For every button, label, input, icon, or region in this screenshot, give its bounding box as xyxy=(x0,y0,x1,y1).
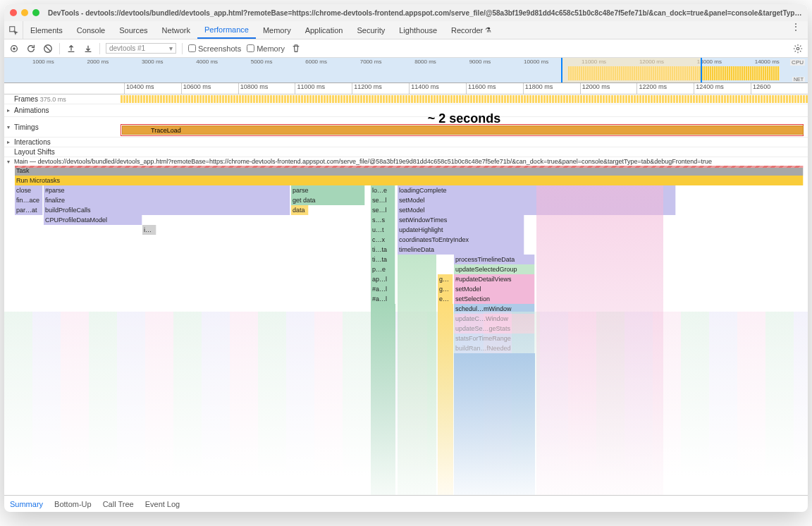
flame-cx[interactable]: c…x xyxy=(371,235,395,245)
collect-garbage-button[interactable] xyxy=(290,43,302,54)
flame-data[interactable]: data xyxy=(291,205,309,215)
download-button[interactable] xyxy=(82,43,94,54)
flame-parat[interactable]: par…at xyxy=(15,205,43,215)
tab-network[interactable]: Network xyxy=(155,21,197,39)
flame-sel2[interactable]: se…l xyxy=(371,205,395,215)
flame-g2[interactable]: g… xyxy=(438,284,453,294)
tab-recorder[interactable]: Recorder⚗ xyxy=(444,21,498,39)
flame-parse[interactable]: #parse xyxy=(44,185,290,195)
flame-setwindowtimes[interactable]: setWindowTimes xyxy=(398,215,524,225)
flame-ss[interactable]: s…s xyxy=(371,215,395,225)
close-window-button[interactable] xyxy=(10,9,17,16)
memory-checkbox[interactable]: Memory xyxy=(247,44,285,53)
inspect-element-button[interactable] xyxy=(4,21,23,39)
flame-updateselected[interactable]: updateSelectedGroup xyxy=(454,264,535,274)
flame-close[interactable]: close xyxy=(15,185,43,195)
flask-icon: ⚗ xyxy=(485,26,491,34)
flame-cpu[interactable]: CPUProfileDataModel xyxy=(44,215,142,225)
interactions-track[interactable]: ▸Interactions xyxy=(4,137,808,147)
flame-parse2[interactable]: parse xyxy=(291,185,365,195)
frames-track[interactable]: Frames 375.0 ms xyxy=(4,94,808,104)
flame-tita[interactable]: ti…ta xyxy=(371,245,395,255)
flame-updatehighlight[interactable]: updateHighlight xyxy=(398,225,524,235)
flame-setmodel3[interactable]: setModel xyxy=(454,284,535,294)
tab-summary[interactable]: Summary xyxy=(10,500,43,508)
layout-shifts-track[interactable]: Layout Shifts xyxy=(4,147,808,157)
inspect-icon xyxy=(8,25,18,35)
clear-button[interactable] xyxy=(42,43,54,54)
flame-coordinates[interactable]: coordinatesToEntryIndex xyxy=(398,235,524,245)
devtools-tabs: Elements Console Sources Network Perform… xyxy=(4,21,808,39)
tab-console[interactable]: Console xyxy=(70,21,112,39)
tab-memory[interactable]: Memory xyxy=(256,21,298,39)
record-icon xyxy=(9,44,19,54)
trace-selector-dropdown[interactable]: devtools #1▾ xyxy=(106,43,176,54)
flame-chart[interactable]: Task Run Microtasks close #parse parse l… xyxy=(4,166,808,495)
main-track-label[interactable]: ▾Main — devtools://devtools/bundled/devt… xyxy=(4,157,808,166)
flame-build[interactable]: buildProfileCalls xyxy=(44,205,290,215)
flame-processtimeline[interactable]: processTimelineData xyxy=(454,255,535,264)
tab-sources[interactable]: Sources xyxy=(112,21,154,39)
flame-ut[interactable]: u…t xyxy=(371,225,395,235)
window-titlebar: DevTools - devtools://devtools/bundled/d… xyxy=(4,4,808,21)
svg-point-2 xyxy=(13,47,16,50)
overview-selection-handle[interactable] xyxy=(561,58,702,82)
screenshots-checkbox[interactable]: Screenshots xyxy=(188,44,241,53)
flame-pe[interactable]: p…e xyxy=(371,264,395,274)
flame-setselection[interactable]: setSelection xyxy=(454,294,535,304)
tab-event-log[interactable]: Event Log xyxy=(145,500,180,508)
timeline-ruler: 10400 ms10600 ms10800 ms 11000 ms11200 m… xyxy=(4,83,808,94)
flame-timelinedata[interactable]: timelineData xyxy=(398,245,524,255)
cpu-label: CPU xyxy=(790,59,805,66)
chevron-down-icon: ▾ xyxy=(169,44,173,52)
more-tabs-button[interactable]: ⋮ xyxy=(784,21,808,39)
flame-apl[interactable]: ap…l xyxy=(371,274,395,284)
minimize-window-button[interactable] xyxy=(21,9,28,16)
tab-lighthouse[interactable]: Lighthouse xyxy=(392,21,444,39)
window-title: DevTools - devtools://devtools/bundled/d… xyxy=(48,9,802,17)
tab-call-tree[interactable]: Call Tree xyxy=(103,500,134,508)
capture-settings-button[interactable] xyxy=(792,43,804,54)
flame-updatedetail[interactable]: #updateDetailViews xyxy=(454,274,535,284)
flame-i[interactable]: i… xyxy=(142,225,156,235)
timeline-overview[interactable]: 1000 ms 2000 ms 3000 ms 4000 ms 5000 ms … xyxy=(4,58,808,83)
tab-performance[interactable]: Performance xyxy=(197,21,256,39)
flame-microtasks[interactable]: Run Microtasks xyxy=(15,176,804,185)
svg-point-4 xyxy=(796,47,799,50)
timings-track[interactable]: ▾Timings TraceLoad xyxy=(4,117,808,137)
flame-al2[interactable]: #a…l xyxy=(371,294,395,304)
flame-e[interactable]: e… xyxy=(438,294,453,304)
flame-finalize[interactable]: finalize xyxy=(44,195,290,205)
details-tabs: Summary Bottom-Up Call Tree Event Log xyxy=(4,495,808,512)
gear-icon xyxy=(793,44,803,54)
animations-track[interactable]: ▸Animations ~ 2 seconds xyxy=(4,104,808,117)
clear-icon xyxy=(43,44,53,54)
tab-application[interactable]: Application xyxy=(298,21,350,39)
reload-record-button[interactable] xyxy=(25,43,37,54)
flame-al[interactable]: #a…l xyxy=(371,284,395,294)
performance-toolbar: devtools #1▾ Screenshots Memory xyxy=(4,39,808,58)
flame-loe[interactable]: lo…e xyxy=(371,185,395,195)
tab-security[interactable]: Security xyxy=(350,21,392,39)
upload-icon xyxy=(66,44,76,54)
trash-icon xyxy=(291,44,301,54)
reload-icon xyxy=(26,44,36,54)
long-task-indicator xyxy=(15,166,804,168)
tab-bottom-up[interactable]: Bottom-Up xyxy=(54,500,92,508)
trace-load-entry[interactable]: TraceLoad xyxy=(122,126,804,135)
flame-finace[interactable]: fin…ace xyxy=(15,195,43,205)
maximize-window-button[interactable] xyxy=(32,9,39,16)
download-icon xyxy=(83,44,93,54)
flame-tita2[interactable]: ti…ta xyxy=(371,255,395,264)
record-button[interactable] xyxy=(8,43,20,54)
net-label: NET xyxy=(792,77,805,82)
flame-sel[interactable]: se…l xyxy=(371,195,395,205)
flame-g[interactable]: g… xyxy=(438,274,453,284)
flame-getdata[interactable]: get data xyxy=(291,195,365,205)
tab-elements[interactable]: Elements xyxy=(23,21,70,39)
upload-button[interactable] xyxy=(66,43,77,54)
